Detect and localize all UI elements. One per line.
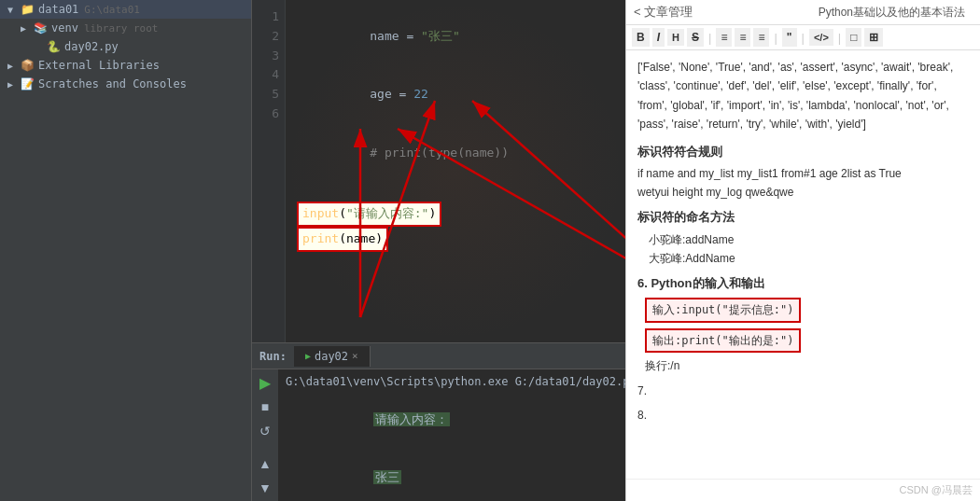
code-line-4 — [297, 182, 614, 202]
format-unordered[interactable]: ≡ — [716, 28, 732, 47]
section1-body: if name and my_list my_list1 from#1 age … — [637, 164, 969, 202]
camel-big: 大驼峰:AddName — [637, 249, 969, 268]
watermark: CSDN @冯晨芸 — [900, 484, 973, 495]
run-scroll-down-button[interactable]: ▼ — [256, 479, 274, 497]
expand-arrow-venv: ▶ — [21, 23, 34, 34]
code-plain: name = — [370, 29, 421, 43]
run-play-button[interactable]: ▶ — [256, 373, 274, 392]
code-num: 22 — [413, 87, 428, 101]
toolbar-nav[interactable]: < 文章管理 — [634, 4, 693, 21]
sep2: | — [774, 31, 777, 45]
sidebar-item-data01[interactable]: ▼ 📁 data01 G:\data01 — [0, 0, 251, 19]
format-image[interactable]: □ — [846, 28, 861, 47]
editor-content: 1 2 3 4 5 6 name = "张三" age = 22 # print… — [252, 0, 625, 342]
sidebar-file-label: day02.py — [64, 40, 119, 53]
sidebar-item-scratches[interactable]: ▶ 📝 Scratches and Consoles — [0, 75, 251, 93]
sidebar-path: G:\data01 — [84, 4, 140, 16]
run-panel: Run: ▶ day02 × ▶ ■ ↺ ▲ ▼ G:\data01\venv\… — [252, 342, 625, 501]
run-tab-name: day02 — [315, 350, 348, 363]
sidebar-venv-label: venv — [51, 21, 78, 35]
run-prompt-text: 请输入内容： — [373, 412, 450, 426]
section2: 标识符的命名方法 小驼峰:addName 大驼峰:AddName — [637, 207, 969, 268]
format-todo[interactable]: ≡ — [753, 28, 769, 47]
section4: 7. — [637, 382, 969, 400]
section5: 8. — [637, 406, 969, 424]
sep3: | — [802, 31, 805, 45]
sep1: | — [708, 31, 711, 45]
py-file-icon: 🐍 — [47, 40, 61, 53]
format-toolbar: B I H S | ≡ ≡ ≡ | " | </> | □ ⊞ — [626, 25, 980, 50]
venv-icon: 📚 — [34, 21, 48, 35]
run-stop-button[interactable]: ■ — [256, 397, 274, 416]
annotation-input: input("请输入内容:") — [297, 202, 441, 227]
sidebar-item-venv[interactable]: ▶ 📚 venv library root — [0, 19, 251, 37]
section1-title: 标识符符合规则 — [637, 142, 969, 162]
code-line-1: name = "张三" — [297, 7, 614, 65]
format-italic[interactable]: I — [652, 28, 665, 47]
run-path-line: G:\data01\venv\Scripts\python.exe G:/dat… — [286, 373, 618, 391]
right-toolbar: < 文章管理 Python基础以及他的基本语法 — [626, 0, 980, 25]
section4-num: 7. — [637, 384, 647, 397]
right-content: ['False', 'None', 'True', 'and', 'as', '… — [626, 50, 980, 479]
expand-arrow-scratches: ▶ — [7, 79, 21, 90]
scratches-icon: 📝 — [21, 77, 35, 90]
section3-title: 6. Python的输入和输出 — [637, 273, 969, 294]
format-heading[interactable]: H — [667, 29, 684, 46]
code-line-2: age = 22 — [297, 65, 614, 123]
right-panel: < 文章管理 Python基础以及他的基本语法 B I H S | ≡ ≡ ≡ … — [625, 0, 980, 501]
code-plain-2: age = — [370, 87, 413, 101]
section3: 6. Python的输入和输出 输入:input("提示信息:") 输出:pri… — [637, 273, 969, 375]
sidebar-item-label: data01 — [38, 3, 78, 16]
sidebar-libs-label: External Libraries — [38, 59, 160, 72]
run-body: ▶ ■ ↺ ▲ ▼ G:\data01\venv\Scripts\python.… — [252, 369, 625, 501]
output-ref: 输出:print("输出的是:") — [645, 328, 801, 353]
section2-title: 标识符的命名方法 — [637, 207, 969, 228]
run-label: Run: — [252, 350, 294, 363]
newline-ref: 换行:/n — [637, 356, 969, 375]
section1: 标识符符合规则 if name and my_list my_list1 fro… — [637, 142, 969, 202]
format-strikethrough[interactable]: S — [687, 28, 704, 47]
main-area: ▼ 📁 data01 G:\data01 ▶ 📚 venv library ro… — [0, 0, 980, 501]
expand-arrow-libs: ▶ — [7, 61, 21, 71]
run-input-value: 张三 — [286, 450, 618, 501]
keyword-list: ['False', 'None', 'True', 'and', 'as', '… — [637, 58, 969, 134]
code-comment: # print(type(name)) — [370, 146, 509, 160]
right-article-title: Python基础以及他的基本语法 — [696, 5, 973, 21]
sep4: | — [838, 31, 841, 45]
code-string: "张三" — [421, 29, 460, 43]
run-tab-bar: Run: ▶ day02 × — [252, 343, 625, 369]
run-tab-close[interactable]: × — [352, 350, 358, 362]
lib-icon: 📦 — [21, 59, 35, 72]
format-table[interactable]: ⊞ — [864, 28, 883, 47]
input-ref-box: 输入:input("提示信息:") — [637, 296, 969, 324]
output-ref-box: 输出:print("输出的是:") — [637, 327, 969, 355]
input-ref: 输入:input("提示信息:") — [645, 298, 801, 322]
format-code[interactable]: </> — [809, 29, 833, 46]
section5-num: 8. — [637, 409, 647, 422]
sidebar-item-day02[interactable]: 🐍 day02.py — [0, 37, 251, 56]
run-value-text: 张三 — [373, 470, 401, 484]
sidebar-item-ext-libs[interactable]: ▶ 📦 External Libraries — [0, 56, 251, 75]
editor-run-area: 1 2 3 4 5 6 name = "张三" age = 22 # print… — [252, 0, 625, 501]
camel-small: 小驼峰:addName — [637, 230, 969, 249]
run-tab[interactable]: ▶ day02 × — [294, 346, 371, 367]
format-bold[interactable]: B — [632, 28, 650, 47]
format-ordered[interactable]: ≡ — [735, 28, 750, 47]
expand-arrow: ▼ — [7, 5, 21, 15]
format-quote[interactable]: " — [782, 28, 797, 47]
code-panel[interactable]: name = "张三" age = 22 # print(type(name))… — [286, 0, 625, 342]
sidebar-venv-path: library root — [84, 22, 158, 35]
nav-back-label[interactable]: < 文章管理 — [634, 4, 693, 21]
sidebar: ▼ 📁 data01 G:\data01 ▶ 📚 venv library ro… — [0, 0, 252, 501]
run-tab-icon: ▶ — [305, 351, 311, 361]
run-scroll-up-button[interactable]: ▲ — [256, 454, 274, 473]
folder-icon: 📁 — [21, 3, 35, 16]
sidebar-scratches-label: Scratches and Consoles — [38, 77, 187, 90]
annotation-print: print(name) — [297, 227, 388, 252]
run-controls: ▶ ■ ↺ ▲ ▼ — [252, 369, 278, 501]
right-bottom: CSDN @冯晨芸 — [626, 479, 980, 501]
line-numbers: 1 2 3 4 5 6 — [252, 0, 286, 342]
run-output: G:\data01\venv\Scripts\python.exe G:/dat… — [278, 369, 625, 501]
code-line-3: # print(type(name)) — [297, 124, 614, 182]
run-rerun-button[interactable]: ↺ — [256, 422, 274, 440]
